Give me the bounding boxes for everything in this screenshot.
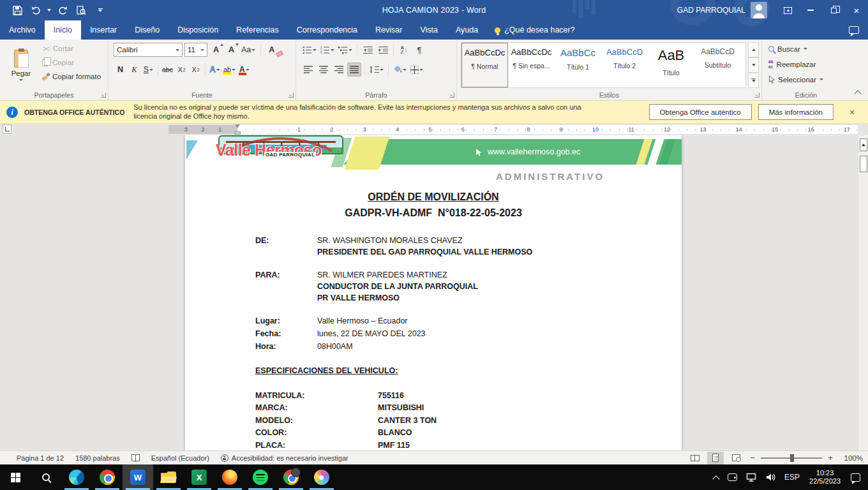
sort-button[interactable]: AZ ↓ bbox=[397, 43, 411, 57]
italic-button[interactable]: K bbox=[128, 63, 141, 77]
tab-revisar[interactable]: Revisar bbox=[366, 20, 411, 40]
change-case-button[interactable]: Aa bbox=[240, 43, 257, 57]
borders-button[interactable] bbox=[409, 63, 424, 77]
undo-dropdown-icon[interactable] bbox=[47, 9, 51, 11]
cut-button[interactable]: Cortar bbox=[40, 43, 103, 54]
decrease-indent-button[interactable] bbox=[361, 43, 375, 57]
style-item-subtitle[interactable]: AaBbCcDSubtítulo bbox=[694, 43, 741, 87]
tab-insertar[interactable]: Insertar bbox=[81, 20, 126, 40]
style-item-heading-2[interactable]: AaBbCcDTítulo 2 bbox=[601, 43, 648, 87]
network-icon[interactable] bbox=[742, 464, 761, 490]
taskbar-clock[interactable]: 10:23 22/5/2023 bbox=[804, 469, 846, 486]
styles-scroll-up-button[interactable] bbox=[748, 42, 759, 57]
meet-now-icon[interactable] bbox=[723, 464, 742, 490]
font-size-select[interactable]: 11 bbox=[184, 43, 207, 57]
account-name[interactable]: GAD PARROQUIAL bbox=[677, 6, 745, 15]
proofing-icon[interactable] bbox=[131, 454, 140, 461]
taskbar-explorer-button[interactable] bbox=[153, 464, 184, 490]
strikethrough-button[interactable]: abc bbox=[161, 63, 174, 77]
get-genuine-office-button[interactable]: Obtenga Office auténtico bbox=[649, 104, 752, 120]
zoom-slider[interactable] bbox=[761, 457, 822, 459]
font-color-button[interactable]: A bbox=[237, 63, 251, 77]
align-right-button[interactable] bbox=[332, 63, 346, 77]
collapse-ribbon-icon[interactable] bbox=[855, 90, 860, 95]
taskbar-spotify-button[interactable] bbox=[245, 464, 276, 490]
indent-marker-base[interactable] bbox=[235, 131, 241, 135]
font-family-select[interactable]: Calibri bbox=[114, 43, 183, 57]
replace-button[interactable]: abac Reemplazar bbox=[768, 57, 823, 71]
shrink-font-button[interactable]: A▼ bbox=[225, 43, 238, 57]
ruler-strip[interactable]: 321 1234567891011121314151617 bbox=[168, 125, 858, 134]
numbering-button[interactable]: 123 bbox=[319, 43, 336, 57]
multilevel-list-button[interactable] bbox=[337, 43, 354, 57]
taskbar-chrome-button[interactable] bbox=[92, 464, 123, 490]
restore-button[interactable] bbox=[822, 0, 845, 20]
taskbar-search-button[interactable] bbox=[31, 464, 61, 490]
bullets-button[interactable] bbox=[301, 43, 318, 57]
word-count[interactable]: 1580 palabras bbox=[75, 454, 120, 462]
tab-archivo[interactable]: Archivo bbox=[0, 20, 45, 40]
clipboard-dialog-launcher[interactable] bbox=[101, 93, 106, 98]
paragraph-dialog-launcher[interactable] bbox=[449, 93, 454, 98]
taskbar-firefox-button[interactable] bbox=[214, 464, 245, 490]
zoom-level[interactable]: 100% bbox=[839, 454, 863, 462]
web-layout-button[interactable] bbox=[728, 452, 744, 464]
ribbon-display-options-button[interactable] bbox=[776, 0, 799, 20]
tray-expand-icon[interactable] bbox=[709, 464, 723, 490]
style-item-normal[interactable]: AaBbCcDc¶ Normal bbox=[461, 43, 508, 87]
tab-correspondencia[interactable]: Correspondencia bbox=[288, 20, 366, 40]
tab-disposicion[interactable]: Disposición bbox=[168, 20, 227, 40]
action-center-icon[interactable] bbox=[851, 473, 860, 482]
tab-stop-selector[interactable] bbox=[3, 124, 11, 134]
scroll-up-button[interactable] bbox=[860, 138, 867, 151]
bold-button[interactable]: N bbox=[114, 63, 127, 77]
avatar[interactable] bbox=[751, 2, 767, 19]
language-indicator[interactable]: ESP bbox=[780, 464, 804, 490]
increase-indent-button[interactable] bbox=[376, 43, 390, 57]
text-effects-button[interactable]: A bbox=[208, 63, 221, 77]
customize-quick-access-icon[interactable] bbox=[92, 2, 108, 19]
justify-button[interactable] bbox=[347, 63, 361, 77]
taskbar-edge-button[interactable] bbox=[61, 464, 92, 490]
page-count[interactable]: Página 1 de 12 bbox=[17, 454, 64, 462]
taskbar-word-button[interactable]: W bbox=[123, 464, 153, 490]
paste-button[interactable]: Pegar bbox=[4, 42, 38, 88]
align-left-button[interactable] bbox=[301, 63, 315, 77]
document-page[interactable]: www.vallehermoso.gob.ec Valle Hermoso GA… bbox=[185, 135, 682, 450]
redo-icon[interactable] bbox=[54, 2, 70, 19]
accessibility-status[interactable]: Accesibilidad: es necesario investigar bbox=[221, 454, 348, 462]
tab-ayuda[interactable]: Ayuda bbox=[447, 20, 487, 40]
warning-close-icon[interactable]: × bbox=[842, 107, 862, 117]
highlight-color-button[interactable]: ab bbox=[222, 63, 237, 77]
styles-scroll-down-button[interactable] bbox=[748, 57, 759, 73]
style-item-title[interactable]: AaBTítulo bbox=[648, 43, 694, 87]
taskbar-paint-button[interactable] bbox=[306, 464, 337, 490]
scrollbar-thumb[interactable] bbox=[860, 156, 867, 172]
format-painter-button[interactable]: Copiar formato bbox=[40, 71, 103, 82]
line-spacing-button[interactable] bbox=[368, 63, 385, 77]
zoom-out-button[interactable]: − bbox=[748, 453, 757, 463]
copy-button[interactable]: Copiar bbox=[40, 57, 103, 68]
vertical-scrollbar[interactable] bbox=[858, 135, 868, 450]
styles-gallery-more-button[interactable] bbox=[748, 73, 759, 88]
undo-icon[interactable] bbox=[28, 2, 45, 19]
ruler[interactable]: 321 1234567891011121314151617 bbox=[0, 124, 868, 135]
save-icon[interactable] bbox=[9, 2, 26, 19]
indent-marker[interactable] bbox=[235, 124, 240, 128]
read-mode-button[interactable] bbox=[687, 452, 703, 464]
tab-referencias[interactable]: Referencias bbox=[227, 20, 288, 40]
grow-font-button[interactable]: A▲ bbox=[209, 43, 223, 57]
print-layout-button[interactable] bbox=[707, 452, 724, 464]
clear-formatting-button[interactable]: A bbox=[265, 43, 278, 57]
styles-dialog-launcher[interactable] bbox=[754, 93, 760, 98]
minimize-button[interactable] bbox=[799, 0, 822, 20]
taskbar-excel-button[interactable]: X bbox=[184, 464, 214, 490]
zoom-in-button[interactable]: + bbox=[826, 453, 835, 463]
align-center-button[interactable] bbox=[317, 63, 331, 77]
close-button[interactable]: × bbox=[845, 0, 868, 20]
tell-me-box[interactable]: ¿Qué desea hacer? bbox=[487, 20, 583, 40]
style-item-heading-1[interactable]: AaBbCcTítulo 1 bbox=[555, 43, 601, 87]
show-formatting-button[interactable]: ¶ bbox=[412, 43, 426, 57]
superscript-button[interactable]: X2 bbox=[189, 63, 202, 77]
taskbar-chrome-profile-button[interactable] bbox=[276, 464, 306, 490]
